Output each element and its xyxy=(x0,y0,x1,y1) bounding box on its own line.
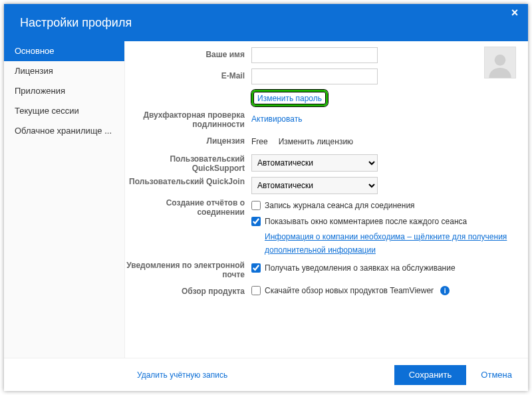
label-license: Лицензия xyxy=(125,133,245,146)
tab-general[interactable]: Основное xyxy=(4,41,124,61)
label-name: Ваше имя xyxy=(125,47,245,59)
receive-notif-label: Получать уведомления о заявках на обслуж… xyxy=(265,263,456,273)
titlebar: Настройки профиля × xyxy=(4,4,528,41)
change-password-link[interactable]: Изменить пароль xyxy=(257,94,322,103)
download-overview-label: Скачайте обзор новых продуктов TeamViewe… xyxy=(265,286,434,295)
delete-account-link[interactable]: Удалить учётную запись xyxy=(137,370,227,380)
tab-sessions[interactable]: Текущие сессии xyxy=(4,101,124,121)
save-button[interactable]: Сохранить xyxy=(394,365,467,385)
avatar[interactable] xyxy=(484,47,516,78)
download-overview-checkbox[interactable] xyxy=(251,286,261,295)
label-emailnotif: Уведомления по электронной почте xyxy=(125,261,245,279)
svg-point-0 xyxy=(495,55,506,66)
company-info-link[interactable]: Информация о компании необходима – щёлкн… xyxy=(265,230,517,257)
license-value: Free xyxy=(251,137,268,146)
tab-cloud[interactable]: Облачное хранилище ... xyxy=(4,121,124,141)
label-reports: Создание отчётов о соединении xyxy=(125,198,245,217)
change-license-link[interactable]: Изменить лицензию xyxy=(279,137,353,146)
window-title: Настройки профиля xyxy=(20,16,132,30)
label-quicksupport: Пользовательский QuickSupport xyxy=(125,154,245,173)
show-comments-checkbox[interactable] xyxy=(251,217,261,226)
label-quickjoin: Пользовательский QuickJoin xyxy=(125,177,245,186)
quicksupport-select[interactable]: Автоматически xyxy=(251,154,378,172)
email-input[interactable] xyxy=(251,68,378,84)
log-record-label: Запись журнала сеанса для соединения xyxy=(265,201,415,210)
activate-2fa-link[interactable]: Активировать xyxy=(251,114,302,124)
footer: Удалить учётную запись Сохранить Отмена xyxy=(4,358,528,391)
log-record-checkbox[interactable] xyxy=(251,201,261,210)
tab-apps[interactable]: Приложения xyxy=(4,81,124,101)
sidebar: Основное Лицензия Приложения Текущие сес… xyxy=(4,41,125,358)
cancel-button[interactable]: Отмена xyxy=(477,369,516,380)
close-icon[interactable]: × xyxy=(508,7,521,20)
receive-notif-checkbox[interactable] xyxy=(251,263,261,273)
quickjoin-select[interactable]: Автоматически xyxy=(251,177,378,194)
change-password-highlight: Изменить пароль xyxy=(251,90,328,106)
label-twofa: Двухфакторная проверка подлинности xyxy=(125,110,245,129)
tab-license[interactable]: Лицензия xyxy=(4,61,124,81)
label-email: E-Mail xyxy=(125,68,245,80)
label-overview: Обзор продукта xyxy=(125,283,245,296)
name-input[interactable] xyxy=(251,47,378,63)
show-comments-label: Показывать окно комментариев после каждо… xyxy=(265,217,467,226)
info-icon[interactable]: i xyxy=(440,286,450,295)
content-panel: Ваше имя E-Mail Изменить пароль Двухфакт… xyxy=(125,41,528,358)
